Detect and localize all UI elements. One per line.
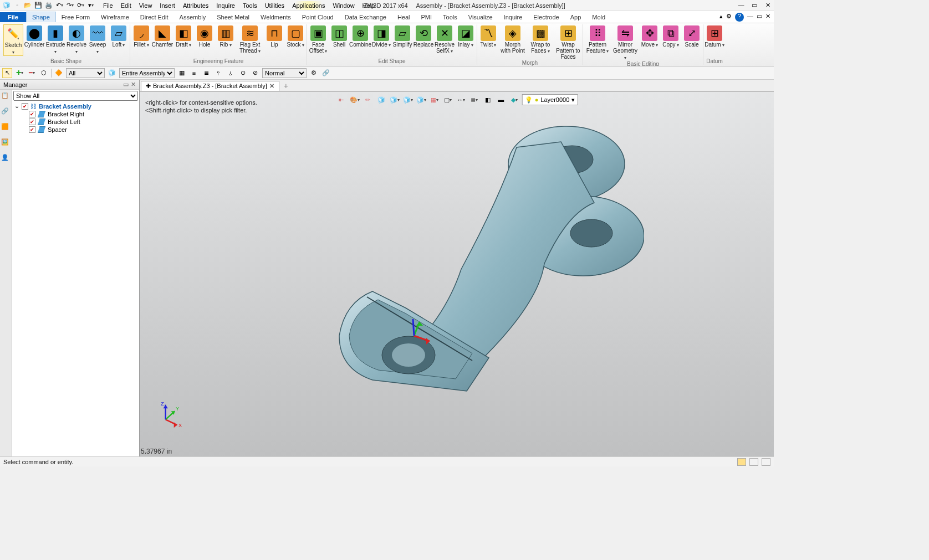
- tab-directedit[interactable]: Direct Edit: [135, 12, 174, 22]
- tab-pin-icon[interactable]: ✚: [146, 83, 151, 90]
- hole-button[interactable]: ◉Hole: [195, 24, 215, 48]
- child-restore-icon[interactable]: ▭: [757, 13, 762, 22]
- menu-attributes[interactable]: Attributes: [180, 1, 212, 10]
- sidetab-users[interactable]: 👤: [1, 154, 11, 164]
- datum-button[interactable]: ⊞Datum: [705, 24, 724, 48]
- menu-insert[interactable]: Insert: [156, 1, 178, 10]
- tb-9[interactable]: 🔗: [321, 68, 331, 78]
- help-icon[interactable]: ?: [735, 13, 744, 22]
- tab-app[interactable]: App: [565, 12, 587, 22]
- tab-file[interactable]: File: [0, 12, 26, 22]
- zoom-icon[interactable]: ▾: [86, 1, 95, 10]
- assembly-tree[interactable]: ⌄ ✔ ⛓ Bracket Assembly ✔ Bracket Right ✔…: [12, 102, 139, 456]
- tree-filter-select[interactable]: Show All: [13, 91, 138, 101]
- layer-select[interactable]: 💡 ● Layer0000 ▾: [522, 94, 578, 105]
- pattern-feature-button[interactable]: ⠿Pattern Feature: [584, 24, 611, 54]
- flag-ext-thread-button[interactable]: ≋Flag Ext Thread: [237, 24, 263, 54]
- fillet-button[interactable]: ◞Fillet: [131, 24, 151, 48]
- tab-dataexchange[interactable]: Data Exchange: [339, 12, 392, 22]
- sketch-button[interactable]: ✏️Sketch: [3, 24, 23, 56]
- vt-bw-icon[interactable]: ◧: [482, 94, 493, 105]
- tb-4[interactable]: ⫯: [213, 68, 223, 78]
- combine-button[interactable]: ⊕Combine: [350, 24, 370, 48]
- draft-button[interactable]: ◧Draft: [173, 24, 193, 48]
- menu-file[interactable]: File: [100, 1, 116, 10]
- tb-3[interactable]: ≣: [201, 68, 211, 78]
- vt-dim-icon[interactable]: ↔: [456, 94, 467, 105]
- wrap-faces-button[interactable]: ▩Wrap to Faces: [527, 24, 554, 54]
- tab-sheetmetal[interactable]: Sheet Metal: [211, 12, 255, 22]
- swap-selection-icon[interactable]: ⬡: [39, 68, 49, 78]
- divide-button[interactable]: ◨Divide: [371, 24, 391, 48]
- tb-5[interactable]: ⫰: [226, 68, 236, 78]
- close-icon[interactable]: ✕: [764, 2, 772, 9]
- tree-root[interactable]: ⌄ ✔ ⛓ Bracket Assembly: [14, 102, 139, 110]
- child-minimize-icon[interactable]: —: [747, 13, 753, 22]
- extrude-button[interactable]: ▮Extrude: [45, 24, 65, 55]
- print-icon[interactable]: 🖨️: [44, 1, 53, 10]
- chamfer-button[interactable]: ◣Chamfer: [152, 24, 172, 48]
- checkbox[interactable]: ✔: [29, 126, 35, 133]
- filter-scope-select[interactable]: Entire Assembly: [119, 68, 175, 78]
- tab-freeform[interactable]: Free Form: [56, 12, 95, 22]
- vt-cube4-icon[interactable]: 🧊: [416, 94, 427, 105]
- mirror-geometry-button[interactable]: ⇋Mirror Geometry: [612, 24, 639, 61]
- wrap-pattern-button[interactable]: ⊞Wrap Pattern to Faces: [555, 24, 581, 60]
- vt-plane-icon[interactable]: ▢: [442, 94, 453, 105]
- app-icon[interactable]: 🧊: [2, 1, 11, 10]
- restore-icon[interactable]: ▭: [751, 2, 758, 9]
- cylinder-button[interactable]: ⬤Cylinder: [24, 24, 44, 48]
- vt-shade-icon[interactable]: ◆: [509, 94, 520, 105]
- expand-ribbon-icon[interactable]: ▴: [719, 13, 723, 22]
- vt-cube3-icon[interactable]: 🧊: [402, 94, 414, 105]
- tab-tools[interactable]: Tools: [437, 12, 463, 22]
- face-offset-button[interactable]: ▣Face Offset: [308, 24, 328, 54]
- tree-item[interactable]: ✔ Spacer: [29, 126, 139, 133]
- twist-button[interactable]: 〽Twist: [478, 24, 498, 48]
- vt-exit-icon[interactable]: ⇤: [336, 94, 347, 105]
- sidetab-history[interactable]: 📋: [1, 92, 11, 102]
- refresh-icon[interactable]: ⟳: [76, 1, 85, 10]
- loft-button[interactable]: ▱Loft: [109, 24, 129, 48]
- sweep-button[interactable]: 〰Sweep: [88, 24, 108, 55]
- vt-paint-icon[interactable]: 🎨: [349, 94, 360, 105]
- cursor-icon[interactable]: ↖: [2, 68, 12, 78]
- resolve-selfx-button[interactable]: ✕Resolve SelfX: [435, 24, 455, 54]
- tb-6[interactable]: ⊙: [238, 68, 248, 78]
- view-triad[interactable]: X Y Z: [156, 401, 184, 429]
- status-btn-1[interactable]: [737, 458, 746, 466]
- vt-eraser-icon[interactable]: ✏: [363, 94, 374, 105]
- pin-icon[interactable]: ▭: [123, 81, 129, 88]
- display-mode-select[interactable]: Normal: [262, 68, 307, 78]
- vt-grid-icon[interactable]: ▦: [429, 94, 440, 105]
- tab-shape[interactable]: Shape: [26, 12, 56, 22]
- sidetab-layers[interactable]: 🖼️: [1, 138, 11, 148]
- new-icon[interactable]: ▫️: [13, 1, 22, 10]
- lip-button[interactable]: ⊓Lip: [264, 24, 284, 48]
- scale-button[interactable]: ⤢Scale: [682, 24, 702, 48]
- menu-edit[interactable]: Edit: [118, 1, 135, 10]
- tab-visualize[interactable]: Visualize: [463, 12, 498, 22]
- menu-view[interactable]: View: [136, 1, 156, 10]
- filter-mode-select[interactable]: All: [66, 68, 105, 78]
- viewport[interactable]: <right-click> for context-sensitive opti…: [140, 92, 774, 456]
- tab-mold[interactable]: Mold: [586, 12, 611, 22]
- minimize-icon[interactable]: —: [737, 2, 745, 9]
- menu-utilities[interactable]: Utilities: [262, 1, 288, 10]
- filter-icon[interactable]: 🔶: [54, 68, 64, 78]
- inlay-button[interactable]: ◪Inlay: [456, 24, 476, 48]
- tab-electrode[interactable]: Electrode: [528, 12, 564, 22]
- vt-stack-icon[interactable]: ≣: [469, 94, 480, 105]
- tab-heal[interactable]: Heal: [392, 12, 416, 22]
- remove-selection-icon[interactable]: ━: [27, 68, 37, 78]
- simplify-button[interactable]: ▱Simplify: [392, 24, 412, 48]
- sidetab-assembly[interactable]: 🔗: [1, 107, 11, 117]
- add-selection-icon[interactable]: ✚: [14, 68, 24, 78]
- undo-icon[interactable]: ↶: [55, 1, 64, 10]
- tree-item[interactable]: ✔ Bracket Right: [29, 110, 139, 118]
- menu-window[interactable]: Window: [329, 1, 358, 10]
- tab-weldments[interactable]: Weldments: [255, 12, 297, 22]
- revolve-button[interactable]: ◐Revolve: [67, 24, 86, 55]
- replace-button[interactable]: ⟲Replace: [414, 24, 433, 48]
- vt-fill-icon[interactable]: ▬: [496, 94, 507, 105]
